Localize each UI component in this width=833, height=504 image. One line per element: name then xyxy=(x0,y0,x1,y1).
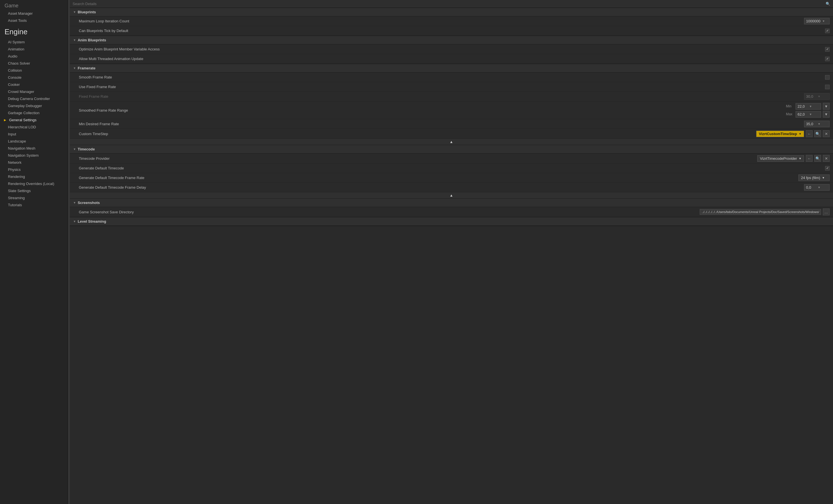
min-spin-icon[interactable]: ▼ xyxy=(809,105,819,108)
fixed-frame-rate-control: 30,0 ▼ xyxy=(804,93,830,100)
sidebar-item-label: Collision xyxy=(8,68,22,73)
max-loop-iteration-input[interactable]: 1000000 ▼ xyxy=(804,18,830,24)
sidebar-item-rendering[interactable]: Rendering xyxy=(0,173,68,180)
framerate-section-header[interactable]: ▼ Framerate xyxy=(70,64,833,73)
min-desired-frame-rate-input[interactable]: 35,0 ▼ xyxy=(804,121,830,127)
can-blueprints-tick-checkbox[interactable] xyxy=(825,29,830,33)
allow-multithreaded-anim-checkbox[interactable] xyxy=(825,57,830,61)
screenshot-path-input[interactable]: ../../../../../../Users/bdo/Documents/Un… xyxy=(700,209,821,215)
sidebar-item-slate-settings[interactable]: Slate Settings xyxy=(0,187,68,194)
sidebar-item-navigation-mesh[interactable]: Navigation Mesh xyxy=(0,145,68,152)
sidebar-item-physics[interactable]: Physics xyxy=(0,166,68,173)
timecode-provider-label: Timecode Provider xyxy=(79,156,757,161)
generate-timecode-frame-rate-control: 24 fps (film) ▼ xyxy=(799,175,830,181)
sidebar-item-general-settings[interactable]: ▶ General Settings xyxy=(0,117,68,124)
sidebar-item-asset-manager[interactable]: Asset Manager xyxy=(0,10,68,17)
timecode-collapse-bar[interactable]: ▲ xyxy=(70,192,833,198)
screenshot-browse-btn[interactable]: … xyxy=(823,208,830,215)
search-icon[interactable]: 🔍 xyxy=(826,2,830,6)
anim-blueprints-section-header[interactable]: ▼ Anim Blueprints xyxy=(70,36,833,45)
generate-default-timecode-label: Generate Default Timecode xyxy=(79,166,825,170)
sidebar-item-network[interactable]: Network xyxy=(0,159,68,166)
fixed-frame-rate-input[interactable]: 30,0 ▼ xyxy=(804,93,830,100)
sidebar-item-tutorials[interactable]: Tutorials xyxy=(0,201,68,208)
use-fixed-frame-rate-checkbox[interactable] xyxy=(825,85,830,89)
frame-rate-min-input[interactable]: 22,0 ▼ xyxy=(795,103,821,110)
timecode-provider-clear-btn[interactable]: ✕ xyxy=(823,155,830,162)
sidebar-game-header: Game xyxy=(0,0,68,10)
timecode-frame-delay-value: 0,0 xyxy=(806,185,816,190)
can-blueprints-tick-control xyxy=(825,29,830,33)
allow-multithreaded-anim-row: Allow Multi Threaded Animation Update xyxy=(70,54,833,64)
sidebar-item-label: Slate Settings xyxy=(8,189,31,193)
framerate-collapse-bar[interactable]: ▲ xyxy=(70,139,833,145)
sidebar-item-navigation-system[interactable]: Navigation System xyxy=(0,152,68,159)
custom-timestep-reset-btn[interactable]: ← xyxy=(806,130,813,137)
fixed-frame-rate-label: Fixed Frame Rate xyxy=(79,94,804,99)
sidebar-item-animation[interactable]: Animation xyxy=(0,46,68,53)
sidebar-item-streaming[interactable]: Streaming xyxy=(0,194,68,201)
fixed-frame-rate-value: 30,0 xyxy=(806,94,816,99)
custom-timestep-chevron-icon: ▼ xyxy=(799,132,802,135)
optimize-anim-bp-checkbox[interactable] xyxy=(825,47,830,52)
sidebar-item-label: Network xyxy=(8,160,22,165)
fixed-frame-rate-spin-icon[interactable]: ▼ xyxy=(818,95,828,98)
level-streaming-section: ▼ Level Streaming xyxy=(70,217,833,226)
timecode-provider-row: Timecode Provider VizrtTimecodeProvider … xyxy=(70,154,833,163)
level-streaming-section-header[interactable]: ▼ Level Streaming xyxy=(70,217,833,226)
sidebar-item-rendering-overrides[interactable]: Rendering Overrides (Local) xyxy=(0,180,68,187)
can-blueprints-tick-label: Can Blueprints Tick by Default xyxy=(79,29,825,33)
custom-timestep-dropdown[interactable]: VizrtCustomTimeStep ▼ xyxy=(756,131,804,137)
screenshots-section-header[interactable]: ▼ Screenshots xyxy=(70,199,833,207)
generate-default-timecode-checkbox[interactable] xyxy=(825,166,830,171)
sidebar-item-landscape[interactable]: Landscape xyxy=(0,138,68,145)
custom-timestep-search-btn[interactable]: 🔍 xyxy=(814,130,821,137)
timecode-section-header[interactable]: ▼ Timecode xyxy=(70,145,833,154)
timecode-section-title: Timecode xyxy=(78,147,95,151)
timecode-frame-rate-value: 24 fps (film) xyxy=(801,176,820,180)
sidebar-item-input[interactable]: Input xyxy=(0,131,68,138)
min-dropdown-btn[interactable]: ▼ xyxy=(823,103,830,110)
screenshot-path-value: ../../../../../../Users/bdo/Documents/Un… xyxy=(702,210,819,213)
max-dropdown-btn[interactable]: ▼ xyxy=(823,111,830,118)
timecode-provider-dropdown[interactable]: VizrtTimecodeProvider ▼ xyxy=(757,155,804,162)
sidebar-item-label: Rendering Overrides (Local) xyxy=(8,182,54,186)
blueprints-section-header[interactable]: ▼ Blueprints xyxy=(70,8,833,17)
sidebar-item-ai-system[interactable]: AI System xyxy=(0,39,68,46)
smoothed-frame-rate-range-row: Smoothed Frame Rate Range Min 22,0 ▼ ▼ xyxy=(70,101,833,119)
sidebar-item-collision[interactable]: Collision xyxy=(0,67,68,74)
custom-timestep-clear-btn[interactable]: ✕ xyxy=(823,130,830,137)
anim-blueprints-section: ▼ Anim Blueprints Optimize Anim Blueprin… xyxy=(70,36,833,64)
sidebar-item-label: General Settings xyxy=(9,118,37,122)
smooth-frame-rate-label: Smooth Frame Rate xyxy=(79,75,825,79)
timecode-frame-delay-input[interactable]: 0,0 ▼ xyxy=(804,184,830,191)
sidebar-item-label: Landscape xyxy=(8,139,26,143)
smoothed-frame-rate-range-control: Min 22,0 ▼ ▼ Max 62,0 ▼ xyxy=(786,103,830,118)
timecode-section: ▼ Timecode Timecode Provider VizrtTimeco… xyxy=(70,145,833,199)
framerate-chevron-icon: ▼ xyxy=(73,67,76,70)
sidebar-item-hierarchical-lod[interactable]: Hierarchical LOD xyxy=(0,124,68,131)
timecode-delay-spin-icon[interactable]: ▼ xyxy=(818,186,828,189)
timecode-provider-reset-btn[interactable]: ← xyxy=(806,155,813,162)
timecode-frame-rate-dropdown[interactable]: 24 fps (film) ▼ xyxy=(799,175,830,181)
sidebar-item-audio[interactable]: Audio xyxy=(0,53,68,60)
sidebar-item-label: Console xyxy=(8,75,22,80)
spin-up-icon[interactable]: ▼ xyxy=(822,20,828,23)
sidebar-item-cooker[interactable]: Cooker xyxy=(0,81,68,88)
frame-rate-min-row: Min 22,0 ▼ ▼ xyxy=(786,103,830,110)
max-spin-icon[interactable]: ▼ xyxy=(809,113,819,116)
sidebar-item-debug-camera-controller[interactable]: Debug Camera Controller xyxy=(0,95,68,102)
frame-rate-max-input[interactable]: 62,0 ▼ xyxy=(795,111,821,118)
sidebar-item-garbage-collection[interactable]: Garbage Collection xyxy=(0,109,68,117)
search-input[interactable] xyxy=(73,2,823,6)
sidebar-item-chaos-solver[interactable]: Chaos Solver xyxy=(0,60,68,67)
sidebar-item-asset-tools[interactable]: Asset Tools xyxy=(0,17,68,24)
sidebar-item-crowd-manager[interactable]: Crowd Manager xyxy=(0,88,68,95)
allow-multithreaded-anim-label: Allow Multi Threaded Animation Update xyxy=(79,57,825,61)
sidebar-item-gameplay-debugger[interactable]: Gameplay Debugger xyxy=(0,102,68,109)
smooth-frame-rate-checkbox[interactable] xyxy=(825,75,830,80)
sidebar-item-console[interactable]: Console xyxy=(0,74,68,81)
min-desired-spin-icon[interactable]: ▼ xyxy=(818,122,828,126)
sidebar-item-label: Hierarchical LOD xyxy=(8,125,36,129)
timecode-provider-search-btn[interactable]: 🔍 xyxy=(814,155,821,162)
